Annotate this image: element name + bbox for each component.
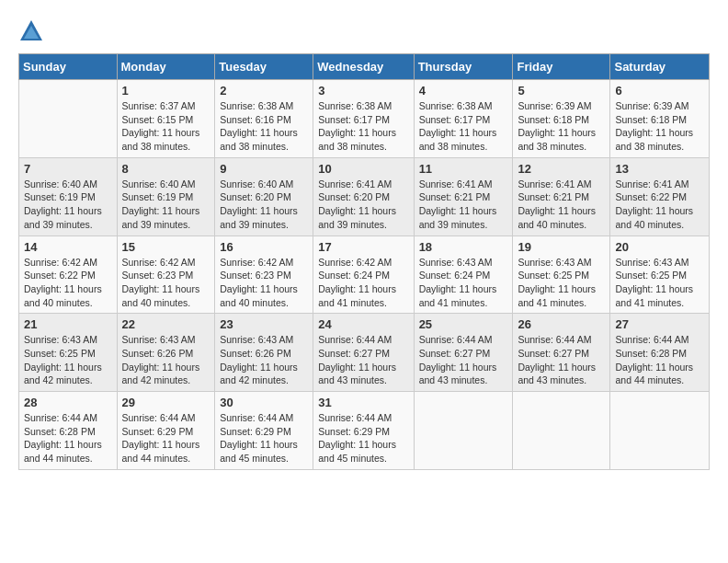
day-number: 12: [518, 162, 605, 176]
calendar-cell: 10Sunrise: 6:41 AMSunset: 6:20 PMDayligh…: [313, 157, 414, 236]
calendar-week-row: 21Sunrise: 6:43 AMSunset: 6:25 PMDayligh…: [19, 314, 710, 392]
calendar-table: SundayMondayTuesdayWednesdayThursdayFrid…: [18, 53, 710, 470]
day-number: 9: [220, 162, 308, 176]
day-info: Sunrise: 6:40 AMSunset: 6:19 PMDaylight:…: [24, 178, 112, 232]
calendar-cell: 25Sunrise: 6:44 AMSunset: 6:27 PMDayligh…: [414, 314, 513, 392]
day-info: Sunrise: 6:44 AMSunset: 6:27 PMDaylight:…: [419, 333, 508, 387]
day-number: 16: [220, 240, 308, 254]
calendar-cell: 11Sunrise: 6:41 AMSunset: 6:21 PMDayligh…: [414, 157, 513, 236]
calendar-cell: 6Sunrise: 6:39 AMSunset: 6:18 PMDaylight…: [610, 80, 710, 158]
calendar-cell: 20Sunrise: 6:43 AMSunset: 6:25 PMDayligh…: [610, 236, 710, 314]
day-info: Sunrise: 6:44 AMSunset: 6:27 PMDaylight:…: [318, 333, 408, 387]
day-number: 8: [122, 162, 210, 176]
day-number: 6: [615, 84, 704, 98]
calendar-week-row: 28Sunrise: 6:44 AMSunset: 6:28 PMDayligh…: [19, 392, 710, 470]
day-info: Sunrise: 6:40 AMSunset: 6:20 PMDaylight:…: [220, 178, 308, 232]
day-number: 24: [318, 317, 408, 331]
logo: [18, 18, 46, 44]
day-info: Sunrise: 6:43 AMSunset: 6:26 PMDaylight:…: [220, 333, 308, 387]
day-number: 22: [122, 317, 210, 331]
day-number: 3: [318, 84, 408, 98]
day-info: Sunrise: 6:39 AMSunset: 6:18 PMDaylight:…: [518, 99, 605, 154]
day-info: Sunrise: 6:44 AMSunset: 6:29 PMDaylight:…: [122, 411, 210, 465]
calendar-cell: 17Sunrise: 6:42 AMSunset: 6:24 PMDayligh…: [313, 236, 414, 314]
calendar-cell: 23Sunrise: 6:43 AMSunset: 6:26 PMDayligh…: [215, 314, 313, 392]
day-info: Sunrise: 6:42 AMSunset: 6:22 PMDaylight:…: [24, 256, 112, 310]
calendar-cell: 4Sunrise: 6:38 AMSunset: 6:17 PMDaylight…: [414, 80, 513, 158]
calendar-cell: 24Sunrise: 6:44 AMSunset: 6:27 PMDayligh…: [313, 314, 414, 392]
day-number: 19: [518, 240, 605, 254]
weekday-header: Saturday: [610, 54, 710, 80]
day-number: 21: [24, 317, 112, 331]
day-number: 30: [220, 396, 308, 409]
calendar-cell: 31Sunrise: 6:44 AMSunset: 6:29 PMDayligh…: [313, 392, 414, 470]
day-number: 20: [615, 240, 704, 254]
day-number: 15: [122, 240, 210, 254]
calendar-cell: 21Sunrise: 6:43 AMSunset: 6:25 PMDayligh…: [19, 314, 118, 392]
day-number: 23: [220, 317, 308, 331]
calendar-cell: 13Sunrise: 6:41 AMSunset: 6:22 PMDayligh…: [610, 157, 710, 236]
weekday-header: Wednesday: [313, 54, 414, 80]
day-info: Sunrise: 6:43 AMSunset: 6:25 PMDaylight:…: [518, 256, 605, 310]
day-info: Sunrise: 6:44 AMSunset: 6:27 PMDaylight:…: [518, 333, 605, 387]
calendar-cell: 14Sunrise: 6:42 AMSunset: 6:22 PMDayligh…: [19, 236, 118, 314]
day-info: Sunrise: 6:44 AMSunset: 6:28 PMDaylight:…: [615, 333, 704, 387]
day-info: Sunrise: 6:41 AMSunset: 6:21 PMDaylight:…: [419, 178, 508, 232]
day-info: Sunrise: 6:38 AMSunset: 6:16 PMDaylight:…: [220, 99, 308, 154]
calendar-cell: [513, 392, 610, 470]
page-header: [18, 18, 710, 44]
calendar-cell: 2Sunrise: 6:38 AMSunset: 6:16 PMDaylight…: [215, 80, 313, 158]
day-info: Sunrise: 6:43 AMSunset: 6:25 PMDaylight:…: [615, 256, 704, 310]
day-number: 17: [318, 240, 408, 254]
day-info: Sunrise: 6:38 AMSunset: 6:17 PMDaylight:…: [318, 99, 408, 154]
calendar-cell: 9Sunrise: 6:40 AMSunset: 6:20 PMDaylight…: [215, 157, 313, 236]
weekday-header: Monday: [117, 54, 215, 80]
day-number: 4: [419, 84, 508, 98]
weekday-header: Tuesday: [215, 54, 313, 80]
day-info: Sunrise: 6:40 AMSunset: 6:19 PMDaylight:…: [122, 178, 210, 232]
day-number: 29: [122, 396, 210, 409]
day-info: Sunrise: 6:38 AMSunset: 6:17 PMDaylight:…: [419, 99, 508, 154]
day-number: 10: [318, 162, 408, 176]
calendar-cell: 27Sunrise: 6:44 AMSunset: 6:28 PMDayligh…: [610, 314, 710, 392]
calendar-week-row: 14Sunrise: 6:42 AMSunset: 6:22 PMDayligh…: [19, 236, 710, 314]
day-info: Sunrise: 6:43 AMSunset: 6:24 PMDaylight:…: [419, 256, 508, 310]
calendar-cell: 3Sunrise: 6:38 AMSunset: 6:17 PMDaylight…: [313, 80, 414, 158]
calendar-cell: 28Sunrise: 6:44 AMSunset: 6:28 PMDayligh…: [19, 392, 118, 470]
calendar-cell: 5Sunrise: 6:39 AMSunset: 6:18 PMDaylight…: [513, 80, 610, 158]
weekday-header: Friday: [513, 54, 610, 80]
calendar-cell: 30Sunrise: 6:44 AMSunset: 6:29 PMDayligh…: [215, 392, 313, 470]
calendar-cell: 22Sunrise: 6:43 AMSunset: 6:26 PMDayligh…: [117, 314, 215, 392]
day-number: 5: [518, 84, 605, 98]
calendar-cell: [19, 80, 118, 158]
day-info: Sunrise: 6:44 AMSunset: 6:29 PMDaylight:…: [318, 411, 408, 465]
day-info: Sunrise: 6:43 AMSunset: 6:26 PMDaylight:…: [122, 333, 210, 387]
calendar-week-row: 7Sunrise: 6:40 AMSunset: 6:19 PMDaylight…: [19, 157, 710, 236]
day-info: Sunrise: 6:41 AMSunset: 6:20 PMDaylight:…: [318, 178, 408, 232]
calendar-cell: 19Sunrise: 6:43 AMSunset: 6:25 PMDayligh…: [513, 236, 610, 314]
calendar-cell: 12Sunrise: 6:41 AMSunset: 6:21 PMDayligh…: [513, 157, 610, 236]
day-number: 18: [419, 240, 508, 254]
day-number: 31: [318, 396, 408, 409]
weekday-header: Sunday: [19, 54, 118, 80]
day-info: Sunrise: 6:42 AMSunset: 6:24 PMDaylight:…: [318, 256, 408, 310]
calendar-cell: 7Sunrise: 6:40 AMSunset: 6:19 PMDaylight…: [19, 157, 118, 236]
calendar-cell: 29Sunrise: 6:44 AMSunset: 6:29 PMDayligh…: [117, 392, 215, 470]
day-number: 26: [518, 317, 605, 331]
logo-icon: [18, 18, 44, 44]
day-info: Sunrise: 6:41 AMSunset: 6:21 PMDaylight:…: [518, 178, 605, 232]
day-number: 7: [24, 162, 112, 176]
day-number: 1: [122, 84, 210, 98]
day-info: Sunrise: 6:42 AMSunset: 6:23 PMDaylight:…: [220, 256, 308, 310]
day-number: 25: [419, 317, 508, 331]
day-info: Sunrise: 6:44 AMSunset: 6:28 PMDaylight:…: [24, 411, 112, 465]
weekday-header: Thursday: [414, 54, 513, 80]
calendar-cell: 18Sunrise: 6:43 AMSunset: 6:24 PMDayligh…: [414, 236, 513, 314]
calendar-cell: 16Sunrise: 6:42 AMSunset: 6:23 PMDayligh…: [215, 236, 313, 314]
calendar-cell: [610, 392, 710, 470]
day-info: Sunrise: 6:42 AMSunset: 6:23 PMDaylight:…: [122, 256, 210, 310]
calendar-cell: 26Sunrise: 6:44 AMSunset: 6:27 PMDayligh…: [513, 314, 610, 392]
day-number: 2: [220, 84, 308, 98]
calendar-cell: 15Sunrise: 6:42 AMSunset: 6:23 PMDayligh…: [117, 236, 215, 314]
day-info: Sunrise: 6:39 AMSunset: 6:18 PMDaylight:…: [615, 99, 704, 154]
